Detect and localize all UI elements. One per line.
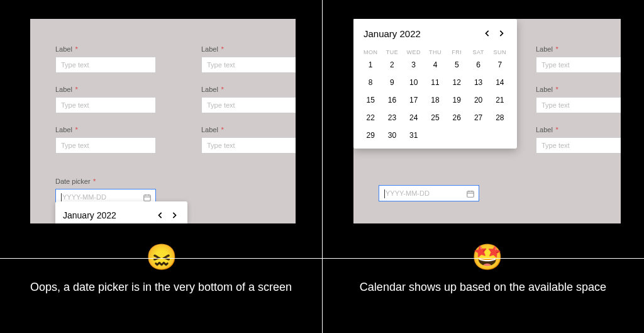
weekday: TUE	[381, 48, 402, 58]
day-cell[interactable]: 30	[381, 128, 402, 142]
day-cell[interactable]: 16	[381, 93, 402, 107]
weekday: MON	[360, 48, 381, 58]
caption-good: Calendar shows up based on the available…	[351, 279, 615, 295]
day-cell[interactable]: 6	[467, 58, 489, 72]
day-cell[interactable]: 29	[360, 128, 381, 142]
required-mark: *	[555, 126, 558, 133]
text-input[interactable]: Type text	[536, 97, 621, 113]
month-title: January 2022	[364, 28, 480, 39]
required-mark: *	[221, 45, 223, 53]
date-placeholder: YYYY-MM-DD	[386, 189, 430, 197]
day-cell[interactable]: 15	[360, 93, 381, 107]
field-label: Label	[536, 86, 553, 93]
date-placeholder: YYYY-MM-DD	[62, 193, 106, 201]
date-field: YYYY-MM-DD	[379, 183, 479, 201]
field: Label * Type text	[536, 83, 621, 113]
weekday: SAT	[467, 48, 489, 58]
required-mark: *	[221, 126, 223, 133]
day-cell[interactable]: 10	[403, 76, 425, 89]
form-panel-bad: Label * Type text Label * Type text Labe…	[30, 19, 296, 223]
day-cell[interactable]: 28	[489, 111, 511, 125]
field: Label * Type text	[55, 43, 156, 73]
date-field: Date picker * YYYY-MM-DD	[55, 175, 156, 205]
day-cell[interactable]: 5	[446, 58, 467, 72]
day-cell[interactable]: 7	[489, 58, 511, 72]
field: Label * Type text	[536, 43, 621, 73]
day-cell[interactable]: 31	[403, 128, 425, 142]
text-input[interactable]: Type text	[536, 57, 621, 73]
day-cell[interactable]: 4	[425, 58, 446, 72]
day-cell[interactable]: 21	[489, 93, 511, 107]
days-grid: 1234567891011121314151617181920212223242…	[360, 58, 511, 142]
field: Label * Type text	[201, 123, 296, 154]
day-cell[interactable]: 22	[360, 111, 381, 125]
month-title: January 2022	[63, 210, 153, 220]
date-input[interactable]: YYYY-MM-DD	[379, 185, 479, 201]
day-cell[interactable]: 27	[467, 111, 489, 125]
field-label: Label	[55, 126, 72, 133]
day-cell[interactable]: 9	[381, 76, 402, 89]
calendar-icon[interactable]	[466, 188, 475, 197]
text-input[interactable]: Type text	[536, 137, 621, 154]
text-input[interactable]: Type text	[55, 137, 156, 154]
field-label: Label	[536, 126, 553, 133]
date-popover-full: January 2022 MON TUE WED THU FRI SAT SUN…	[353, 19, 517, 149]
day-cell[interactable]: 1	[360, 58, 381, 72]
day-cell[interactable]: 19	[446, 93, 467, 107]
field-label: Label	[201, 86, 218, 93]
field: Label * Type text	[55, 123, 156, 154]
date-label: Date picker	[55, 178, 91, 185]
calendar-icon[interactable]	[143, 192, 152, 201]
day-cell[interactable]: 11	[425, 76, 446, 89]
required-mark: *	[75, 126, 77, 133]
field-label: Label	[55, 45, 72, 53]
field-label: Label	[536, 45, 553, 53]
caption-bad: Oops, a date picker is in the very botto…	[29, 279, 293, 295]
weekday: WED	[403, 48, 425, 58]
day-cell[interactable]: 14	[489, 76, 511, 89]
day-cell[interactable]: 8	[360, 76, 381, 89]
chevron-left-icon[interactable]	[153, 208, 167, 222]
text-input[interactable]: Type text	[201, 137, 296, 154]
weekday: THU	[425, 48, 446, 58]
chevron-left-icon[interactable]	[480, 26, 494, 40]
day-cell[interactable]: 13	[467, 76, 489, 89]
field: Label * Type text	[201, 43, 296, 73]
text-input[interactable]: Type text	[201, 97, 296, 113]
required-mark: *	[221, 86, 223, 93]
svg-rect-4	[467, 191, 474, 197]
required-mark: *	[75, 86, 77, 93]
day-cell[interactable]: 23	[381, 111, 402, 125]
day-cell[interactable]: 18	[425, 93, 446, 107]
day-cell[interactable]: 24	[403, 111, 425, 125]
field: Label * Type text	[55, 83, 156, 113]
field-label: Label	[55, 86, 72, 93]
divider-vertical	[322, 0, 323, 333]
day-cell[interactable]: 25	[425, 111, 446, 125]
field: Label * Type text	[536, 123, 621, 154]
chevron-right-icon[interactable]	[494, 26, 508, 40]
day-cell[interactable]: 2	[381, 58, 402, 72]
text-input[interactable]: Type text	[55, 57, 156, 73]
day-cell[interactable]: 20	[467, 93, 489, 107]
field: Label * Type text	[201, 83, 296, 113]
field-label: Label	[201, 126, 218, 133]
required-mark: *	[93, 178, 96, 185]
chevron-right-icon[interactable]	[167, 208, 181, 222]
text-input[interactable]: Type text	[201, 57, 296, 73]
field-label: Label	[201, 45, 218, 53]
svg-rect-0	[144, 195, 151, 201]
text-cursor	[384, 189, 385, 198]
required-mark: *	[75, 45, 77, 53]
day-cell[interactable]: 26	[446, 111, 467, 125]
weekday-header: MON TUE WED THU FRI SAT SUN	[360, 48, 511, 58]
day-cell[interactable]: 12	[446, 76, 467, 89]
weekday: FRI	[446, 48, 467, 58]
date-popover-clipped: January 2022	[55, 201, 187, 223]
weekday: SUN	[489, 48, 511, 58]
text-cursor	[61, 193, 62, 202]
day-cell[interactable]: 3	[403, 58, 425, 72]
text-input[interactable]: Type text	[55, 97, 156, 113]
day-cell[interactable]: 17	[403, 93, 425, 107]
emoji-star-struck: 🤩	[472, 244, 503, 269]
